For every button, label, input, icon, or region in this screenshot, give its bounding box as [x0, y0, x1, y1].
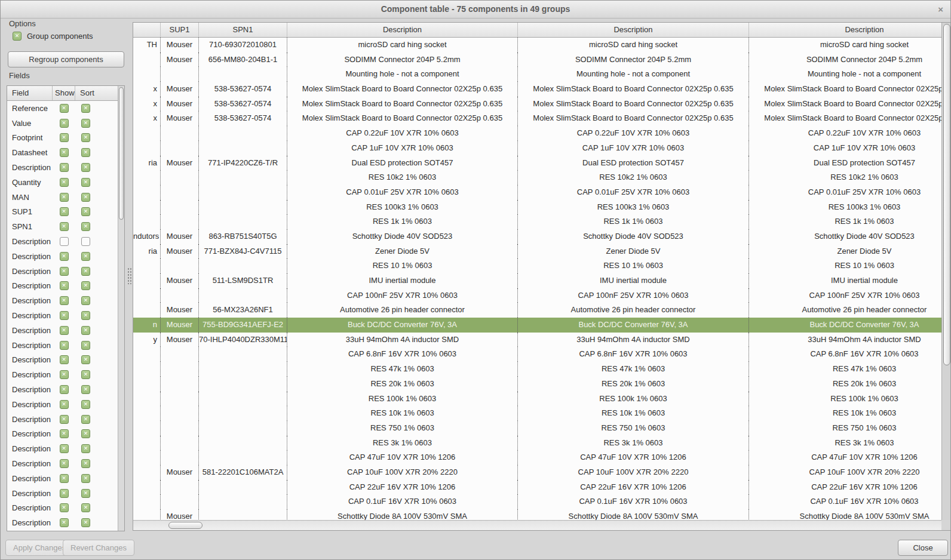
- field-sort-checkbox[interactable]: [81, 429, 90, 438]
- table-cell[interactable]: [199, 494, 287, 509]
- field-sort-checkbox[interactable]: [81, 489, 90, 498]
- field-row[interactable]: Description: [7, 293, 118, 308]
- table-cell[interactable]: [133, 67, 161, 82]
- table-row[interactable]: riaMouser771-BZX84J-C4V7115Zener Diode 5…: [133, 244, 941, 259]
- table-cell[interactable]: Molex SlimStack Board to Board Connector…: [518, 111, 749, 126]
- fields-col-field[interactable]: Field: [7, 86, 53, 100]
- table-cell[interactable]: n: [133, 318, 161, 333]
- table-cell[interactable]: RES 100k 1% 0603: [749, 392, 941, 407]
- table-cell[interactable]: CAP 10uF 100V X7R 20% 2220: [749, 465, 941, 480]
- table-cell[interactable]: [133, 465, 161, 480]
- field-show-checkbox[interactable]: [60, 385, 69, 394]
- table-cell[interactable]: [161, 406, 199, 421]
- table-cell[interactable]: [133, 406, 161, 421]
- table-row[interactable]: CAP 22uF 16V X7R 10% 1206CAP 22uF 16V X7…: [133, 480, 941, 495]
- table-row[interactable]: Mouser656-MM80-204B1-1SODIMM Connector 2…: [133, 53, 941, 67]
- field-sort-checkbox[interactable]: [81, 503, 90, 512]
- table-cell[interactable]: [133, 509, 161, 520]
- field-sort-checkbox[interactable]: [81, 355, 90, 364]
- table-cell[interactable]: [161, 392, 199, 407]
- field-sort-checkbox[interactable]: [81, 178, 90, 187]
- table-cell[interactable]: RES 10k2 1% 0603: [518, 170, 749, 185]
- table-cell[interactable]: RES 20k 1% 0603: [287, 377, 518, 392]
- field-sort-checkbox[interactable]: [81, 222, 90, 231]
- table-cell[interactable]: [133, 377, 161, 392]
- table-cell[interactable]: CAP 22uF 16V X7R 10% 1206: [749, 480, 941, 495]
- table-cell[interactable]: RES 100k 1% 0603: [518, 392, 749, 407]
- field-sort-checkbox[interactable]: [81, 104, 90, 113]
- table-cell[interactable]: Zener Diode 5V: [749, 244, 941, 259]
- field-row[interactable]: Description: [7, 234, 118, 249]
- table-cell[interactable]: CAP 10uF 100V X7R 20% 2220: [287, 465, 518, 480]
- field-sort-checkbox[interactable]: [81, 133, 90, 142]
- table-cell[interactable]: 771-IP4220CZ6-T/R: [199, 156, 287, 171]
- field-show-checkbox[interactable]: [60, 193, 69, 202]
- field-show-checkbox[interactable]: [60, 163, 69, 172]
- table-cell[interactable]: [199, 126, 287, 141]
- table-cell[interactable]: Molex SlimStack Board to Board Connector…: [749, 82, 941, 97]
- field-row[interactable]: Quantity: [7, 175, 118, 190]
- table-cell[interactable]: Mounting hole - not a component: [518, 67, 749, 82]
- group-components-checkbox[interactable]: [13, 32, 22, 41]
- table-cell[interactable]: microSD card hing socket: [287, 38, 518, 53]
- table-row[interactable]: Mouser56-MX23A26NF1Automotive 26 pin hea…: [133, 303, 941, 318]
- table-cell[interactable]: CAP 22uF 16V X7R 10% 1206: [287, 480, 518, 495]
- field-show-checkbox[interactable]: [60, 503, 69, 512]
- table-cell[interactable]: 771-BZX84J-C4V7115: [199, 244, 287, 259]
- table-cell[interactable]: CAP 47uF 10V X7R 10% 1206: [749, 450, 941, 465]
- table-cell[interactable]: [161, 200, 199, 215]
- field-sort-checkbox[interactable]: [81, 311, 90, 320]
- field-row[interactable]: Description: [7, 323, 118, 338]
- table-cell[interactable]: Schottky Diode 8A 100V 530mV SMA: [518, 509, 749, 520]
- table-cell[interactable]: CAP 0.01uF 25V X7R 10% 0603: [518, 185, 749, 200]
- fields-scrollbar[interactable]: [118, 86, 124, 531]
- column-header[interactable]: SPN1: [199, 23, 287, 37]
- table-row[interactable]: RES 10 1% 0603RES 10 1% 0603RES 10 1% 06…: [133, 259, 941, 273]
- table-row[interactable]: CAP 0.1uF 16V X7R 10% 0603CAP 0.1uF 16V …: [133, 494, 941, 509]
- table-cell[interactable]: Mounting hole - not a component: [749, 67, 941, 82]
- revert-changes-button[interactable]: Revert Changes: [63, 540, 134, 556]
- table-row[interactable]: RES 10k2 1% 0603RES 10k2 1% 0603RES 10k2…: [133, 170, 941, 185]
- table-cell[interactable]: [199, 509, 287, 520]
- field-show-checkbox[interactable]: [60, 444, 69, 453]
- field-row[interactable]: Description: [7, 515, 118, 530]
- table-cell[interactable]: 538-53627-0574: [199, 97, 287, 112]
- table-cell[interactable]: Automotive 26 pin header connector: [287, 303, 518, 318]
- table-cell[interactable]: microSD card hing socket: [518, 38, 749, 53]
- table-cell[interactable]: [161, 185, 199, 200]
- fields-col-sort[interactable]: Sort: [75, 86, 118, 100]
- table-cell[interactable]: Dual ESD protection SOT457: [518, 156, 749, 171]
- table-cell[interactable]: [199, 347, 287, 362]
- field-show-checkbox[interactable]: [60, 341, 69, 350]
- field-show-checkbox[interactable]: [60, 326, 69, 335]
- table-cell[interactable]: [161, 259, 199, 273]
- table-cell[interactable]: Molex SlimStack Board to Board Connector…: [287, 97, 518, 112]
- table-cell[interactable]: [161, 214, 199, 229]
- field-sort-checkbox[interactable]: [81, 326, 90, 335]
- table-row[interactable]: RES 3k 1% 0603RES 3k 1% 0603RES 3k 1% 06…: [133, 436, 941, 451]
- table-row[interactable]: Mouser511-LSM9DS1TRIMU inertial moduleIM…: [133, 273, 941, 288]
- table-cell[interactable]: [199, 421, 287, 436]
- table-cell[interactable]: RES 10k2 1% 0603: [749, 170, 941, 185]
- close-button[interactable]: Close: [898, 540, 948, 556]
- field-show-checkbox[interactable]: [60, 311, 69, 320]
- fields-col-show[interactable]: Show: [53, 86, 75, 100]
- table-cell[interactable]: Mouser: [161, 97, 199, 112]
- table-cell[interactable]: RES 10k 1% 0603: [518, 406, 749, 421]
- field-row[interactable]: Datasheet: [7, 145, 118, 160]
- field-row[interactable]: Reference: [7, 101, 118, 116]
- table-cell[interactable]: Buck DC/DC Converter 76V, 3A: [287, 318, 518, 333]
- table-cell[interactable]: Mouser: [161, 318, 199, 333]
- table-cell[interactable]: CAP 1uF 10V X7R 10% 0603: [749, 141, 941, 156]
- field-sort-checkbox[interactable]: [81, 281, 90, 290]
- table-cell[interactable]: Molex SlimStack Board to Board Connector…: [287, 111, 518, 126]
- table-cell[interactable]: [133, 126, 161, 141]
- column-header[interactable]: Description: [518, 23, 749, 37]
- table-cell[interactable]: ria: [133, 244, 161, 259]
- table-cell[interactable]: RES 10k 1% 0603: [287, 406, 518, 421]
- table-cell[interactable]: RES 10k 1% 0603: [749, 406, 941, 421]
- field-show-checkbox[interactable]: [60, 267, 69, 276]
- table-cell[interactable]: [133, 53, 161, 67]
- table-cell[interactable]: CAP 0.22uF 10V X7R 10% 0603: [287, 126, 518, 141]
- field-row[interactable]: Description: [7, 456, 118, 471]
